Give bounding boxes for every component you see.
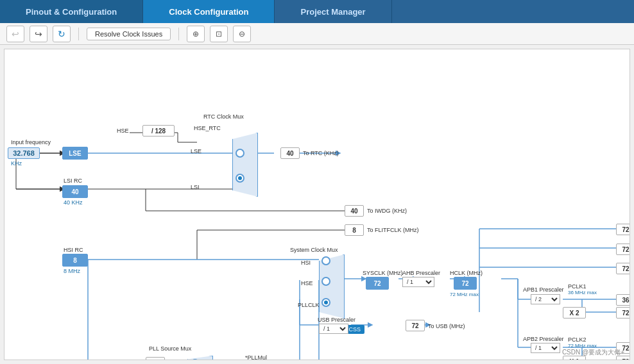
lsi-value-box[interactable]: 40 xyxy=(62,185,88,198)
toolbar-sep2 xyxy=(178,28,179,40)
redo-button[interactable]: ↪ xyxy=(30,26,47,42)
redo-icon: ↪ xyxy=(35,29,42,39)
ahb-label: AHB Prescaler xyxy=(402,270,440,276)
to-flit-label: To FLITFCLK (MHz) xyxy=(367,227,419,233)
hsi-mux-label: HSI xyxy=(301,260,311,266)
zoom-fit-button[interactable]: ⊡ xyxy=(210,26,228,42)
radio-hsi-sys[interactable] xyxy=(321,256,330,265)
lsi-unit: 40 KHz xyxy=(64,199,83,206)
lsi-rc-label: LSI RC xyxy=(64,178,82,184)
zoom-out-button[interactable]: ⊖ xyxy=(233,26,251,42)
radio-hse-sys[interactable] xyxy=(321,277,330,286)
to-rtc-label: To RTC (KHz) xyxy=(303,150,339,156)
input-freq-label: Input frequency xyxy=(11,139,51,145)
sys-mux-label: System Clock Mux xyxy=(290,247,338,253)
hsi-rc-label: HSI RC xyxy=(64,247,83,253)
usb-output[interactable]: 72 xyxy=(406,320,425,331)
lse-box[interactable]: LSE xyxy=(62,147,88,160)
tab-clock[interactable]: Clock Configuration xyxy=(143,0,275,23)
input-freq-unit: KHz xyxy=(11,160,22,167)
usb-prescaler-label: USB Prescaler xyxy=(318,317,356,323)
zoom-in-icon: ⊕ xyxy=(193,29,199,38)
x2-value[interactable]: 72 xyxy=(616,307,630,318)
apb1-select[interactable]: / 2 xyxy=(531,294,560,304)
apb2-select[interactable]: / 1 xyxy=(531,343,560,353)
hclk-max: 72 MHz max xyxy=(450,292,479,297)
main-canvas: Input frequency 32.768 KHz LSE LSI RC 40… xyxy=(4,49,630,360)
hsi-div2-box[interactable]: / 2 xyxy=(146,357,165,360)
undo-icon: ↩ xyxy=(12,29,19,39)
to-rtc-value[interactable]: 40 xyxy=(280,147,300,159)
pllclk-label: PLLCLK xyxy=(298,302,320,308)
pll-source-mux-label: PLL Source Mux xyxy=(149,345,191,352)
radio-pll-sys[interactable] xyxy=(321,298,330,307)
toolbar-sep xyxy=(78,28,79,40)
out72-2[interactable]: 72 xyxy=(616,244,630,255)
hsi-value-box[interactable]: 8 xyxy=(62,254,88,267)
wires-svg xyxy=(4,49,630,360)
hsi-unit: 8 MHz xyxy=(64,268,80,274)
tab-pinout[interactable]: Pinout & Configuration xyxy=(0,0,143,23)
top-nav: Pinout & Configuration Clock Configurati… xyxy=(0,0,634,23)
div128-box[interactable]: / 128 xyxy=(142,125,175,136)
to-iwdg-value[interactable]: 40 xyxy=(345,205,364,217)
zoom-out-icon: ⊖ xyxy=(239,29,245,38)
rtc-mux-label: RTC Clock Mux xyxy=(203,113,244,120)
hse-top-label: HSE xyxy=(117,128,129,134)
to-usb-label: To USB (MHz) xyxy=(428,323,465,329)
pclk1-value[interactable]: 36 xyxy=(616,294,630,306)
to-flit-value[interactable]: 8 xyxy=(345,224,364,236)
apb1-label: APB1 Prescaler xyxy=(523,286,564,293)
rtc-mux-shape[interactable] xyxy=(232,133,258,197)
lsi-wire-label: LSI xyxy=(191,184,200,190)
out72-1[interactable]: 72 xyxy=(616,224,630,235)
ahb-select[interactable]: / 1 xyxy=(402,277,434,287)
zoom-fit-icon: ⊡ xyxy=(216,29,222,38)
pclk1-label: PCLK1 xyxy=(568,283,587,290)
sysclk-value[interactable]: 72 xyxy=(366,277,389,290)
pll-source-mux-shape[interactable] xyxy=(187,356,213,360)
to-iwdg-label: To IWDG (KHz) xyxy=(367,208,407,214)
out72-3[interactable]: 72 xyxy=(616,263,630,274)
input-freq-value[interactable]: 32.768 xyxy=(8,147,40,159)
lse-wire-label: LSE xyxy=(191,148,201,154)
refresh-icon: ↻ xyxy=(58,29,65,39)
undo-button[interactable]: ↩ xyxy=(6,26,24,42)
pclk1-max: 36 MHz max xyxy=(568,290,597,295)
radio-lsi[interactable] xyxy=(236,174,244,183)
sysclk-label: SYSCLK (MHz) xyxy=(363,270,403,276)
hclk-value[interactable]: 72 xyxy=(454,277,477,290)
hsi-div2-label-text: HSI xyxy=(117,359,126,360)
hse-rtc-label: HSE_RTC xyxy=(194,125,221,131)
zoom-in-button[interactable]: ⊕ xyxy=(187,26,205,42)
pll-mul-label: *PLLMul xyxy=(245,354,267,360)
refresh-button[interactable]: ↻ xyxy=(53,26,71,42)
hse-mux-label: HSE xyxy=(301,280,313,286)
watermark: CSDN @要成为大佬+ xyxy=(562,348,624,357)
x2-box[interactable]: X 2 xyxy=(563,307,586,318)
usb-div-select[interactable]: / 1 xyxy=(319,324,348,334)
hclk-label: HCLK (MHz) xyxy=(450,270,483,276)
tab-project[interactable]: Project Manager xyxy=(275,0,391,23)
resolve-clock-button[interactable]: Resolve Clock Issues xyxy=(87,28,171,40)
toolbar: ↩ ↪ ↻ Resolve Clock Issues ⊕ ⊡ ⊖ xyxy=(0,23,634,45)
pclk2-label: PCLK2 xyxy=(568,336,587,343)
radio-lse[interactable] xyxy=(236,149,244,158)
apb2-label: APB2 Prescaler xyxy=(523,336,564,342)
